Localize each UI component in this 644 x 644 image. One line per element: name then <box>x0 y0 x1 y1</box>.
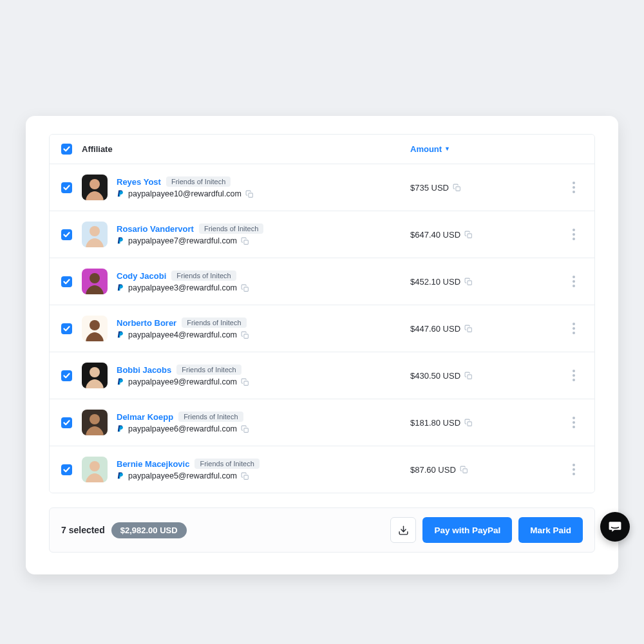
row-actions-menu[interactable] <box>573 229 575 240</box>
svg-rect-6 <box>244 240 249 244</box>
copy-amount-icon[interactable] <box>453 184 461 192</box>
amount-value: $452.10 USD <box>410 277 460 287</box>
paypal-email: paypalpayee10@rewardful.com <box>128 189 242 198</box>
svg-point-21 <box>90 414 100 424</box>
campaign-badge: Friends of Initech <box>178 412 243 422</box>
affiliates-table: Affiliate Amount ▼ Reyes YostFriends of … <box>49 134 595 493</box>
amount-label: Amount <box>410 144 442 154</box>
affiliate-name-link[interactable]: Bernie Macejkovic <box>117 459 189 469</box>
row-checkbox[interactable] <box>61 182 72 193</box>
bulk-action-bar: 7 selected $2,982.00 USD Pay with PayPal… <box>49 507 595 553</box>
paypal-email: paypalpayee5@rewardful.com <box>128 471 237 480</box>
svg-point-1 <box>90 179 100 189</box>
paypal-email: paypalpayee3@rewardful.com <box>128 283 237 292</box>
affiliate-name-link[interactable]: Rosario Vandervort <box>117 224 194 234</box>
paypal-email: paypalpayee9@rewardful.com <box>128 377 237 386</box>
amount-value: $447.60 USD <box>410 324 460 334</box>
table-row: Delmar KoeppFriends of Initechpaypalpaye… <box>50 399 594 446</box>
svg-rect-15 <box>468 327 472 332</box>
amount-value: $647.40 USD <box>410 230 460 240</box>
copy-email-icon[interactable] <box>241 472 249 480</box>
copy-amount-icon[interactable] <box>464 231 473 239</box>
svg-point-9 <box>90 273 100 283</box>
copy-amount-icon[interactable] <box>464 419 473 427</box>
copy-amount-icon[interactable] <box>464 325 473 333</box>
selected-total-badge: $2,982.00 USD <box>111 522 187 538</box>
copy-email-icon[interactable] <box>241 331 249 339</box>
pay-with-paypal-button[interactable]: Pay with PayPal <box>422 517 512 543</box>
svg-rect-14 <box>244 334 249 338</box>
svg-rect-19 <box>468 374 472 379</box>
copy-email-icon[interactable] <box>241 378 249 386</box>
svg-rect-22 <box>244 428 249 432</box>
copy-amount-icon[interactable] <box>464 278 473 286</box>
avatar <box>82 175 108 200</box>
row-actions-menu[interactable] <box>573 323 575 334</box>
row-actions-menu[interactable] <box>573 464 575 475</box>
campaign-badge: Friends of Initech <box>199 223 263 234</box>
amount-value: $735 USD <box>410 183 449 193</box>
svg-rect-11 <box>468 280 472 285</box>
paypal-email: paypalpayee4@rewardful.com <box>128 330 237 339</box>
svg-rect-2 <box>249 193 253 197</box>
row-checkbox[interactable] <box>61 276 72 287</box>
campaign-badge: Friends of Initech <box>166 176 231 187</box>
sort-desc-icon: ▼ <box>444 146 450 152</box>
row-checkbox[interactable] <box>61 323 72 334</box>
avatar <box>82 222 108 247</box>
svg-rect-7 <box>468 233 472 238</box>
row-actions-menu[interactable] <box>573 276 575 287</box>
paypal-icon <box>117 377 124 386</box>
paypal-email: paypalpayee7@rewardful.com <box>128 236 237 245</box>
table-row: Reyes YostFriends of Initechpaypalpayee1… <box>50 164 594 211</box>
svg-rect-26 <box>244 475 249 479</box>
affiliate-name-link[interactable]: Norberto Borer <box>117 318 176 328</box>
row-actions-menu[interactable] <box>573 370 575 381</box>
paypal-icon <box>117 189 124 198</box>
intercom-launcher[interactable] <box>600 512 630 542</box>
row-checkbox[interactable] <box>61 464 72 475</box>
row-checkbox[interactable] <box>61 370 72 381</box>
select-all-checkbox[interactable] <box>61 144 72 155</box>
table-row: Bobbi JacobsFriends of Initechpaypalpaye… <box>50 352 594 399</box>
row-checkbox[interactable] <box>61 229 72 240</box>
download-button[interactable] <box>390 517 416 543</box>
affiliate-name-link[interactable]: Reyes Yost <box>117 177 161 187</box>
table-row: Bernie MacejkovicFriends of Initechpaypa… <box>50 446 594 493</box>
copy-email-icon[interactable] <box>241 425 249 433</box>
column-header-amount[interactable]: Amount ▼ <box>410 144 450 154</box>
column-header-affiliate[interactable]: Affiliate <box>82 144 113 154</box>
paypal-email: paypalpayee6@rewardful.com <box>128 424 237 433</box>
affiliate-name-link[interactable]: Delmar Koepp <box>117 412 173 422</box>
affiliate-name-link[interactable]: Cody Jacobi <box>117 271 166 281</box>
copy-amount-icon[interactable] <box>460 466 468 474</box>
paypal-icon <box>117 471 124 480</box>
paypal-icon <box>117 424 124 433</box>
paypal-icon <box>117 236 124 245</box>
chat-icon <box>608 520 622 534</box>
amount-value: $87.60 USD <box>410 465 456 475</box>
payments-card: Affiliate Amount ▼ Reyes YostFriends of … <box>26 116 618 574</box>
avatar <box>82 269 108 294</box>
row-actions-menu[interactable] <box>573 417 575 428</box>
download-icon <box>398 525 409 536</box>
avatar <box>82 410 108 435</box>
affiliate-name-link[interactable]: Bobbi Jacobs <box>117 365 171 375</box>
svg-rect-10 <box>244 287 249 291</box>
mark-paid-button[interactable]: Mark Paid <box>518 517 583 543</box>
svg-point-17 <box>90 367 100 377</box>
copy-email-icon[interactable] <box>241 237 249 245</box>
row-actions-menu[interactable] <box>573 182 575 193</box>
row-checkbox[interactable] <box>61 417 72 428</box>
avatar <box>82 316 108 341</box>
svg-rect-18 <box>244 381 249 385</box>
selected-count: 7 selected <box>61 525 105 535</box>
avatar <box>82 363 108 388</box>
paypal-icon <box>117 283 124 292</box>
svg-rect-23 <box>468 421 472 426</box>
copy-amount-icon[interactable] <box>464 372 473 380</box>
copy-email-icon[interactable] <box>241 284 249 292</box>
svg-point-13 <box>90 320 100 330</box>
copy-email-icon[interactable] <box>245 190 254 198</box>
table-row: Norberto BorerFriends of Initechpaypalpa… <box>50 305 594 352</box>
